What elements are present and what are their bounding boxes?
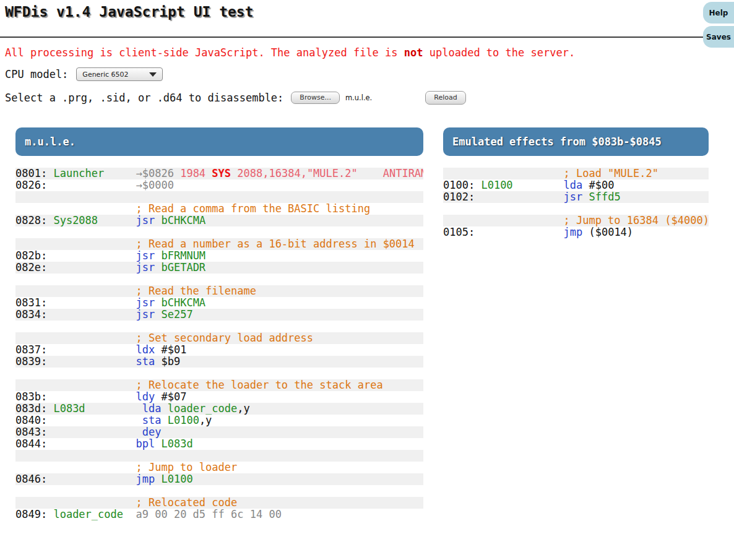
code-segment: ,y	[199, 415, 212, 426]
code-segment: L083d	[53, 403, 85, 415]
code-segment: dey	[142, 426, 162, 438]
code-row[interactable]: ; Read a number as a 16-bit address in $…	[15, 238, 423, 250]
code-row[interactable]	[443, 203, 709, 215]
code-row[interactable]: 0100: L0100 lda #$00	[443, 179, 709, 191]
code-segment	[53, 344, 136, 356]
code-row[interactable]: ; Set secondary load address	[15, 332, 423, 344]
code-segment	[161, 415, 167, 426]
code-segment	[53, 356, 136, 368]
cpu-model-label: CPU model:	[5, 68, 68, 80]
code-row[interactable]: ; Read the filename	[15, 285, 423, 297]
code-row[interactable]: 0840: sta L0100,y	[15, 415, 423, 426]
notice-pre: All processing is client-side JavaScript…	[5, 46, 404, 59]
code-segment: SYS	[212, 168, 231, 179]
code-segment	[443, 168, 563, 179]
code-row[interactable]: 0102: jsr Sffd5	[443, 191, 709, 203]
code-segment: →$0000	[136, 179, 173, 191]
code-segment: 0849:	[15, 509, 53, 520]
code-row[interactable]: 0826: →$0000	[15, 179, 423, 191]
divider	[0, 37, 734, 38]
code-segment	[98, 215, 136, 226]
code-row[interactable]	[15, 321, 423, 332]
code-segment	[443, 215, 563, 226]
panel-title: m.u.l.e.	[25, 136, 76, 148]
code-segment	[53, 426, 142, 438]
code-segment: ; Relocate the loader to the stack area	[136, 379, 382, 391]
code-row[interactable]: 0839: sta $b9	[15, 356, 423, 368]
code-row[interactable]	[15, 450, 423, 462]
code-segment: jsr	[563, 191, 582, 203]
code-segment	[53, 415, 142, 426]
code-row[interactable]: 0849: loader_code a9 00 20 d5 ff 6c 14 0…	[15, 509, 423, 520]
code-segment: jsr	[136, 309, 155, 321]
notice-bold: not	[404, 46, 423, 59]
code-segment	[53, 309, 136, 321]
saves-tab-label: Saves	[706, 33, 731, 41]
browse-button[interactable]: Browse...	[291, 92, 340, 104]
code-segment: ; Set secondary load address	[136, 332, 313, 344]
code-row[interactable]: 082e: jsr bGETADR	[15, 262, 423, 274]
code-row[interactable]: 082b: jsr bFRMNUM	[15, 250, 423, 262]
code-segment: bCHKCMA	[161, 297, 205, 309]
code-segment: ; Jump to 16384 ($4000)	[563, 215, 709, 226]
code-row[interactable]: ; Read a comma from the BASIC listing	[15, 203, 423, 215]
panel-header: m.u.l.e.	[15, 127, 423, 156]
code-segment	[15, 379, 136, 391]
code-segment	[155, 297, 161, 309]
code-segment: jmp	[136, 473, 155, 485]
code-row[interactable]	[15, 191, 423, 203]
code-row[interactable]: 0831: jsr bCHKCMA	[15, 297, 423, 309]
code-segment	[15, 203, 136, 215]
code-row[interactable]: 0843: dey	[15, 426, 423, 438]
code-row[interactable]: ; Jump to loader	[15, 462, 423, 473]
code-segment: ; Jump to loader	[136, 462, 237, 473]
code-row[interactable]: 083b: ldy #$07	[15, 391, 423, 403]
code-row[interactable]: ; Load "MULE.2"	[443, 168, 709, 179]
disassembly-panel-emulated: Emulated effects from $083b-$0845 ; Load…	[443, 127, 709, 238]
code-segment: L0100	[161, 473, 192, 485]
file-select-label: Select a .prg, .sid, or .d64 to disassem…	[5, 92, 283, 104]
code-row[interactable]	[15, 226, 423, 238]
code-segment: 083d:	[15, 403, 53, 415]
code-segment: a9 00 20 d5 ff 6c 14 00	[136, 509, 282, 520]
code-row[interactable]: 0846: jmp L0100	[15, 473, 423, 485]
code-segment	[15, 238, 136, 250]
code-segment	[15, 285, 136, 297]
saves-tab[interactable]: Saves	[703, 26, 734, 48]
page-title: WFDis v1.4 JavaScript UI test	[5, 4, 254, 20]
code-segment: 1984	[174, 168, 212, 179]
code-segment: L083d	[161, 438, 192, 450]
reload-button[interactable]: Reload	[425, 91, 465, 105]
code-row[interactable]: 0801: Launcher →$0826 1984 SYS 2088,1638…	[15, 168, 423, 179]
code-segment: #$00	[582, 179, 614, 191]
cpu-model-select[interactable]: Generic 6502	[76, 67, 163, 81]
code-row[interactable]: 0844: bpl L083d	[15, 438, 423, 450]
code-row[interactable]: ; Relocated code	[15, 497, 423, 509]
code-row[interactable]: 083d: L083d lda loader_code,y	[15, 403, 423, 415]
help-tab[interactable]: Help	[703, 2, 734, 24]
code-row[interactable]: 0834: jsr Se257	[15, 309, 423, 321]
code-segment	[123, 509, 136, 520]
code-segment: bCHKCMA	[161, 215, 205, 226]
code-segment: Sffd5	[589, 191, 620, 203]
code-row[interactable]: 0837: ldx #$01	[15, 344, 423, 356]
code-segment: bGETADR	[161, 262, 205, 274]
panel-header: Emulated effects from $083b-$0845	[443, 127, 709, 156]
code-segment	[155, 262, 161, 274]
code-segment: 083b:	[15, 391, 53, 403]
cpu-model-selected-value: Generic 6502	[82, 71, 128, 79]
code-row[interactable]	[15, 368, 423, 379]
code-segment: loader_code	[53, 509, 123, 520]
code-segment: L0100	[481, 179, 512, 191]
code-row[interactable]: 0105: jmp ($0014)	[443, 226, 709, 238]
code-row[interactable]: 0828: Sys2088 jsr bCHKCMA	[15, 215, 423, 226]
code-segment: lda	[142, 403, 162, 415]
code-segment: loader_code	[168, 403, 238, 415]
code-row[interactable]: ; Relocate the loader to the stack area	[15, 379, 423, 391]
code-row[interactable]	[15, 485, 423, 497]
code-row[interactable]: ; Jump to 16384 ($4000)	[443, 215, 709, 226]
code-segment: →$0826	[136, 168, 174, 179]
code-row[interactable]	[15, 274, 423, 285]
code-segment: 0844:	[15, 438, 53, 450]
code-segment: 0105:	[443, 226, 481, 238]
